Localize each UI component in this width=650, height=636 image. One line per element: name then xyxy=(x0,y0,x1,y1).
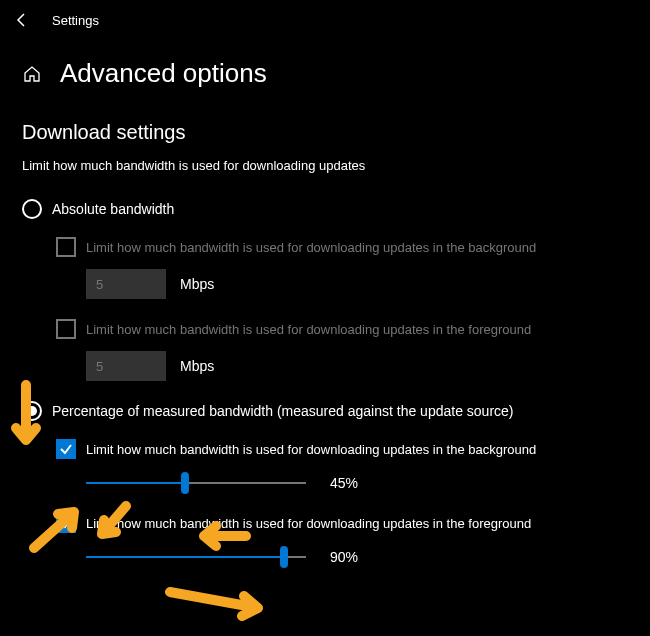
content: Download settings Limit how much bandwid… xyxy=(0,99,650,567)
page-title: Advanced options xyxy=(60,58,267,89)
checkbox-icon xyxy=(56,513,76,533)
absolute-fg-input-row: Mbps xyxy=(56,351,628,381)
slider-value: 45% xyxy=(330,475,370,491)
title-bar: Settings xyxy=(0,0,650,40)
radio-label: Percentage of measured bandwidth (measur… xyxy=(52,403,514,419)
absolute-bg-input[interactable] xyxy=(86,269,166,299)
radio-icon xyxy=(22,199,42,219)
slider-fill xyxy=(86,482,185,484)
slider-bg-row: 45% xyxy=(56,473,628,493)
app-title: Settings xyxy=(52,13,99,28)
checkbox-label: Limit how much bandwidth is used for dow… xyxy=(86,322,531,337)
slider-fg-row: 90% xyxy=(56,547,628,567)
checkbox-icon xyxy=(56,319,76,339)
slider-fg[interactable] xyxy=(86,547,306,567)
absolute-group: Limit how much bandwidth is used for dow… xyxy=(22,237,628,381)
percentage-group: Limit how much bandwidth is used for dow… xyxy=(22,439,628,567)
back-icon[interactable] xyxy=(10,8,34,32)
section-desc: Limit how much bandwidth is used for dow… xyxy=(22,158,628,173)
radio-icon xyxy=(22,401,42,421)
section-title: Download settings xyxy=(22,121,628,144)
slider-value: 90% xyxy=(330,549,370,565)
checkbox-label: Limit how much bandwidth is used for dow… xyxy=(86,442,536,457)
checkbox-icon xyxy=(56,237,76,257)
slider-thumb[interactable] xyxy=(181,472,189,494)
checkbox-percentage-bg[interactable]: Limit how much bandwidth is used for dow… xyxy=(56,439,628,459)
page-header: Advanced options xyxy=(0,40,650,99)
radio-percentage-bandwidth[interactable]: Percentage of measured bandwidth (measur… xyxy=(22,401,628,421)
checkbox-absolute-bg[interactable]: Limit how much bandwidth is used for dow… xyxy=(56,237,628,257)
checkbox-label: Limit how much bandwidth is used for dow… xyxy=(86,516,531,531)
checkbox-absolute-fg[interactable]: Limit how much bandwidth is used for dow… xyxy=(56,319,628,339)
absolute-fg-input[interactable] xyxy=(86,351,166,381)
annotation-arrow-icon xyxy=(162,582,272,622)
home-icon[interactable] xyxy=(22,64,42,84)
unit-label: Mbps xyxy=(180,358,214,374)
slider-fill xyxy=(86,556,284,558)
radio-label: Absolute bandwidth xyxy=(52,201,174,217)
radio-absolute-bandwidth[interactable]: Absolute bandwidth xyxy=(22,199,628,219)
slider-thumb[interactable] xyxy=(280,546,288,568)
unit-label: Mbps xyxy=(180,276,214,292)
checkbox-label: Limit how much bandwidth is used for dow… xyxy=(86,240,536,255)
checkbox-percentage-fg[interactable]: Limit how much bandwidth is used for dow… xyxy=(56,513,628,533)
absolute-bg-input-row: Mbps xyxy=(56,269,628,299)
checkbox-icon xyxy=(56,439,76,459)
slider-bg[interactable] xyxy=(86,473,306,493)
